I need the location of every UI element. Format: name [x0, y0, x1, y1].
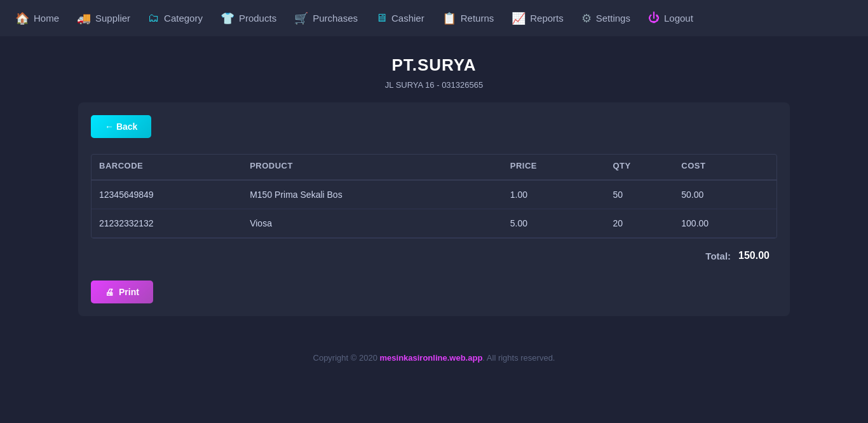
total-label: Total:: [705, 251, 731, 261]
col-header-price: PRICE: [503, 155, 606, 180]
nav-label-home: Home: [34, 13, 59, 24]
footer: Copyright © 2020 mesinkasironline.web.ap…: [0, 342, 868, 369]
total-row: Total: 150.00: [91, 239, 777, 268]
home-icon: 🏠: [15, 11, 29, 25]
nav-item-logout[interactable]: ⏻Logout: [639, 0, 702, 36]
settings-icon: ⚙: [581, 11, 592, 25]
cell-barcode-1: 21232332132: [92, 209, 242, 238]
nav-item-reports[interactable]: 📈Reports: [503, 0, 573, 36]
reports-icon: 📈: [512, 11, 526, 25]
category-icon: 🗂: [148, 11, 159, 25]
nav-label-purchases: Purchases: [313, 13, 358, 24]
table-header-row: BARCODE PRODUCT PRICE QTY COST: [92, 155, 776, 180]
cell-product-1: Viosa: [242, 209, 503, 238]
cell-qty-1: 20: [605, 209, 674, 238]
cell-barcode-0: 12345649849: [92, 180, 242, 209]
cashier-icon: 🖥: [376, 11, 387, 25]
total-value: 150.00: [738, 250, 770, 261]
nav-label-returns: Returns: [461, 13, 494, 24]
nav-item-settings[interactable]: ⚙Settings: [573, 0, 639, 36]
col-header-qty: QTY: [605, 155, 674, 180]
table-body: 12345649849M150 Prima Sekali Bos1.005050…: [92, 180, 776, 238]
nav-item-supplier[interactable]: 🚚Supplier: [68, 0, 139, 36]
nav-label-settings: Settings: [596, 13, 630, 24]
nav-item-cashier[interactable]: 🖥Cashier: [367, 0, 433, 36]
nav-item-purchases[interactable]: 🛒Purchases: [285, 0, 367, 36]
col-header-barcode: BARCODE: [92, 155, 242, 180]
company-header: PT.SURYA JL SURYA 16 - 031326565: [13, 55, 855, 90]
table-row: 12345649849M150 Prima Sekali Bos1.005050…: [92, 180, 776, 209]
company-subtitle: JL SURYA 16 - 031326565: [13, 80, 855, 90]
print-label: Print: [119, 287, 139, 297]
cell-qty-0: 50: [605, 180, 674, 209]
nav-item-category[interactable]: 🗂Category: [139, 0, 212, 36]
nav-label-products: Products: [239, 13, 276, 24]
returns-icon: 📋: [442, 11, 456, 25]
cell-price-0: 1.00: [503, 180, 606, 209]
nav-item-returns[interactable]: 📋Returns: [433, 0, 503, 36]
footer-text: Copyright © 2020: [313, 353, 380, 363]
logout-icon: ⏻: [648, 11, 660, 25]
col-header-product: PRODUCT: [242, 155, 503, 180]
supplier-icon: 🚚: [77, 11, 91, 25]
print-button[interactable]: 🖨 Print: [91, 281, 153, 303]
purchase-table: BARCODE PRODUCT PRICE QTY COST 123456498…: [92, 155, 776, 238]
cell-cost-1: 100.00: [674, 209, 776, 238]
nav-label-cashier: Cashier: [391, 13, 424, 24]
table-row: 21232332132Viosa5.0020100.00: [92, 209, 776, 238]
products-icon: 👕: [220, 11, 234, 25]
footer-link[interactable]: mesinkasironline.web.app: [380, 353, 483, 363]
col-header-cost: COST: [674, 155, 776, 180]
navbar: 🏠Home🚚Supplier🗂Category👕Products🛒Purchas…: [0, 0, 868, 36]
nav-label-reports: Reports: [530, 13, 564, 24]
cell-price-1: 5.00: [503, 209, 606, 238]
nav-item-products[interactable]: 👕Products: [212, 0, 285, 36]
back-button[interactable]: ← Back: [91, 115, 151, 138]
footer-suffix: . All rights reserved.: [482, 353, 555, 363]
nav-label-supplier: Supplier: [95, 13, 130, 24]
cell-cost-0: 50.00: [674, 180, 776, 209]
table-scroll-area[interactable]: BARCODE PRODUCT PRICE QTY COST 123456498…: [91, 154, 777, 239]
company-name: PT.SURYA: [13, 55, 855, 75]
nav-label-category: Category: [164, 13, 203, 24]
content-box: ← Back BARCODE PRODUCT PRICE QTY COST 12…: [78, 102, 790, 316]
cell-product-0: M150 Prima Sekali Bos: [242, 180, 503, 209]
print-icon: 🖨: [105, 287, 114, 297]
nav-item-home[interactable]: 🏠Home: [6, 0, 68, 36]
main-content: PT.SURYA JL SURYA 16 - 031326565 ← Back …: [0, 36, 868, 342]
nav-label-logout: Logout: [664, 13, 693, 24]
purchases-icon: 🛒: [294, 11, 308, 25]
